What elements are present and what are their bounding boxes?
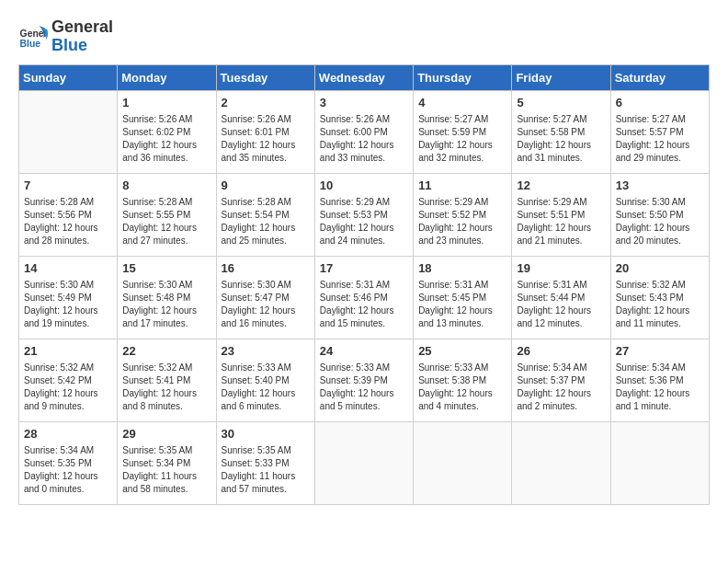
day-info: Sunrise: 5:29 AM Sunset: 5:51 PM Dayligh… bbox=[517, 196, 605, 247]
day-info: Sunrise: 5:30 AM Sunset: 5:50 PM Dayligh… bbox=[616, 196, 704, 247]
day-info: Sunrise: 5:30 AM Sunset: 5:48 PM Dayligh… bbox=[122, 279, 210, 330]
day-number: 6 bbox=[616, 95, 704, 111]
day-info: Sunrise: 5:26 AM Sunset: 6:00 PM Dayligh… bbox=[320, 113, 408, 165]
day-number: 18 bbox=[418, 260, 506, 277]
calendar-cell: 14 Sunrise: 5:30 AM Sunset: 5:49 PM Dayl… bbox=[19, 256, 118, 339]
day-number: 23 bbox=[222, 343, 310, 360]
day-number: 8 bbox=[122, 178, 210, 194]
calendar-week-2: 7 Sunrise: 5:28 AM Sunset: 5:56 PM Dayli… bbox=[19, 173, 710, 256]
day-number: 22 bbox=[122, 343, 210, 360]
calendar-cell: 6 Sunrise: 5:27 AM Sunset: 5:57 PM Dayli… bbox=[610, 90, 709, 173]
day-number: 13 bbox=[616, 178, 704, 194]
day-info: Sunrise: 5:27 AM Sunset: 5:57 PM Dayligh… bbox=[616, 113, 704, 165]
calendar-cell: 22 Sunrise: 5:32 AM Sunset: 5:41 PM Dayl… bbox=[118, 339, 216, 421]
day-info: Sunrise: 5:28 AM Sunset: 5:56 PM Dayligh… bbox=[24, 196, 112, 247]
day-number: 21 bbox=[24, 343, 112, 360]
day-number: 10 bbox=[320, 178, 408, 194]
day-info: Sunrise: 5:33 AM Sunset: 5:39 PM Dayligh… bbox=[320, 362, 408, 413]
day-info: Sunrise: 5:27 AM Sunset: 5:59 PM Dayligh… bbox=[418, 113, 506, 165]
day-number: 25 bbox=[418, 343, 506, 360]
day-number: 9 bbox=[222, 178, 310, 194]
day-number: 5 bbox=[517, 95, 605, 111]
day-header-saturday: Saturday bbox=[610, 64, 709, 90]
day-number: 28 bbox=[24, 426, 112, 442]
calendar-week-4: 21 Sunrise: 5:32 AM Sunset: 5:42 PM Dayl… bbox=[19, 339, 710, 421]
day-number: 17 bbox=[320, 260, 408, 277]
day-header-monday: Monday bbox=[118, 64, 216, 90]
day-info: Sunrise: 5:26 AM Sunset: 6:02 PM Dayligh… bbox=[122, 113, 210, 165]
day-info: Sunrise: 5:30 AM Sunset: 5:47 PM Dayligh… bbox=[222, 279, 310, 330]
calendar-cell: 23 Sunrise: 5:33 AM Sunset: 5:40 PM Dayl… bbox=[216, 339, 314, 421]
day-header-friday: Friday bbox=[512, 64, 610, 90]
calendar-cell: 15 Sunrise: 5:30 AM Sunset: 5:48 PM Dayl… bbox=[118, 256, 216, 339]
day-info: Sunrise: 5:34 AM Sunset: 5:35 PM Dayligh… bbox=[24, 444, 112, 496]
day-header-thursday: Thursday bbox=[414, 64, 512, 90]
calendar-cell: 7 Sunrise: 5:28 AM Sunset: 5:56 PM Dayli… bbox=[19, 173, 118, 256]
day-number: 7 bbox=[24, 178, 112, 194]
day-info: Sunrise: 5:30 AM Sunset: 5:49 PM Dayligh… bbox=[24, 279, 112, 330]
day-info: Sunrise: 5:28 AM Sunset: 5:54 PM Dayligh… bbox=[222, 196, 310, 247]
calendar-cell: 1 Sunrise: 5:26 AM Sunset: 6:02 PM Dayli… bbox=[118, 90, 216, 173]
page-header: General Blue General Blue bbox=[18, 18, 710, 55]
day-number: 4 bbox=[418, 95, 506, 111]
day-info: Sunrise: 5:29 AM Sunset: 5:53 PM Dayligh… bbox=[320, 196, 408, 247]
day-header-tuesday: Tuesday bbox=[216, 64, 314, 90]
logo-icon: General Blue bbox=[18, 22, 48, 52]
day-number: 3 bbox=[320, 95, 408, 111]
calendar-cell: 4 Sunrise: 5:27 AM Sunset: 5:59 PM Dayli… bbox=[414, 90, 512, 173]
calendar-cell: 21 Sunrise: 5:32 AM Sunset: 5:42 PM Dayl… bbox=[19, 339, 118, 421]
day-info: Sunrise: 5:32 AM Sunset: 5:42 PM Dayligh… bbox=[24, 362, 112, 413]
day-header-sunday: Sunday bbox=[19, 64, 118, 90]
day-info: Sunrise: 5:27 AM Sunset: 5:58 PM Dayligh… bbox=[517, 113, 605, 165]
svg-text:Blue: Blue bbox=[20, 39, 41, 49]
calendar-week-3: 14 Sunrise: 5:30 AM Sunset: 5:49 PM Dayl… bbox=[19, 256, 710, 339]
day-info: Sunrise: 5:28 AM Sunset: 5:55 PM Dayligh… bbox=[122, 196, 210, 247]
logo: General Blue General Blue bbox=[18, 18, 113, 55]
calendar-cell bbox=[512, 421, 610, 504]
day-number: 20 bbox=[616, 260, 704, 277]
day-number: 30 bbox=[222, 426, 310, 442]
calendar-cell bbox=[314, 421, 413, 504]
calendar-cell bbox=[610, 421, 709, 504]
calendar-cell: 16 Sunrise: 5:30 AM Sunset: 5:47 PM Dayl… bbox=[216, 256, 314, 339]
day-info: Sunrise: 5:32 AM Sunset: 5:41 PM Dayligh… bbox=[122, 362, 210, 413]
calendar-cell: 2 Sunrise: 5:26 AM Sunset: 6:01 PM Dayli… bbox=[216, 90, 314, 173]
calendar-table: SundayMondayTuesdayWednesdayThursdayFrid… bbox=[18, 64, 710, 505]
calendar-cell: 3 Sunrise: 5:26 AM Sunset: 6:00 PM Dayli… bbox=[314, 90, 413, 173]
logo-text: General Blue bbox=[51, 18, 113, 55]
calendar-cell: 25 Sunrise: 5:33 AM Sunset: 5:38 PM Dayl… bbox=[414, 339, 512, 421]
day-number: 27 bbox=[616, 343, 704, 360]
day-number: 19 bbox=[517, 260, 605, 277]
calendar-cell: 20 Sunrise: 5:32 AM Sunset: 5:43 PM Dayl… bbox=[610, 256, 709, 339]
calendar-body: 1 Sunrise: 5:26 AM Sunset: 6:02 PM Dayli… bbox=[19, 90, 710, 504]
calendar-cell: 8 Sunrise: 5:28 AM Sunset: 5:55 PM Dayli… bbox=[118, 173, 216, 256]
calendar-week-1: 1 Sunrise: 5:26 AM Sunset: 6:02 PM Dayli… bbox=[19, 90, 710, 173]
calendar-cell: 12 Sunrise: 5:29 AM Sunset: 5:51 PM Dayl… bbox=[512, 173, 610, 256]
day-info: Sunrise: 5:33 AM Sunset: 5:40 PM Dayligh… bbox=[222, 362, 310, 413]
calendar-cell: 26 Sunrise: 5:34 AM Sunset: 5:37 PM Dayl… bbox=[512, 339, 610, 421]
day-info: Sunrise: 5:26 AM Sunset: 6:01 PM Dayligh… bbox=[222, 113, 310, 165]
day-info: Sunrise: 5:33 AM Sunset: 5:38 PM Dayligh… bbox=[418, 362, 506, 413]
calendar-week-5: 28 Sunrise: 5:34 AM Sunset: 5:35 PM Dayl… bbox=[19, 421, 710, 504]
day-number: 24 bbox=[320, 343, 408, 360]
day-info: Sunrise: 5:31 AM Sunset: 5:45 PM Dayligh… bbox=[418, 279, 506, 330]
calendar-cell bbox=[414, 421, 512, 504]
day-info: Sunrise: 5:31 AM Sunset: 5:46 PM Dayligh… bbox=[320, 279, 408, 330]
calendar-cell: 19 Sunrise: 5:31 AM Sunset: 5:44 PM Dayl… bbox=[512, 256, 610, 339]
calendar-cell: 5 Sunrise: 5:27 AM Sunset: 5:58 PM Dayli… bbox=[512, 90, 610, 173]
calendar-cell: 30 Sunrise: 5:35 AM Sunset: 5:33 PM Dayl… bbox=[216, 421, 314, 504]
day-number: 14 bbox=[24, 260, 112, 277]
day-header-wednesday: Wednesday bbox=[314, 64, 413, 90]
calendar-cell: 27 Sunrise: 5:34 AM Sunset: 5:36 PM Dayl… bbox=[610, 339, 709, 421]
calendar-cell: 29 Sunrise: 5:35 AM Sunset: 5:34 PM Dayl… bbox=[118, 421, 216, 504]
calendar-cell: 17 Sunrise: 5:31 AM Sunset: 5:46 PM Dayl… bbox=[314, 256, 413, 339]
day-info: Sunrise: 5:31 AM Sunset: 5:44 PM Dayligh… bbox=[517, 279, 605, 330]
day-info: Sunrise: 5:32 AM Sunset: 5:43 PM Dayligh… bbox=[616, 279, 704, 330]
day-number: 11 bbox=[418, 178, 506, 194]
day-number: 26 bbox=[517, 343, 605, 360]
day-info: Sunrise: 5:35 AM Sunset: 5:34 PM Dayligh… bbox=[122, 444, 210, 496]
calendar-header-row: SundayMondayTuesdayWednesdayThursdayFrid… bbox=[19, 64, 710, 90]
day-number: 16 bbox=[222, 260, 310, 277]
day-number: 15 bbox=[122, 260, 210, 277]
day-number: 29 bbox=[122, 426, 210, 442]
